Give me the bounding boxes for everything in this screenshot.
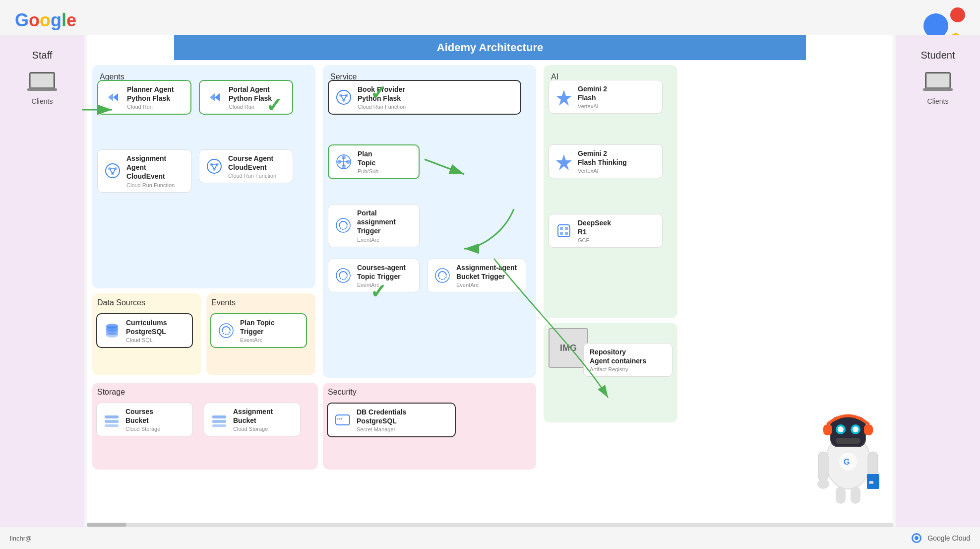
google-cloud-logo: Google Cloud: [910, 531, 970, 545]
svg-rect-4: [927, 74, 949, 87]
staff-client-label: Clients: [32, 97, 53, 105]
artifact-section: IMG RepositoryAgent containers Artifact …: [544, 323, 677, 422]
ai-section: AI Gemini 2Flash VertexAI Gemini 2Flash …: [544, 65, 677, 318]
diagram-area: Agents Planner AgentPython Flask Cloud R…: [87, 60, 893, 526]
repository-name: RepositoryAgent containers: [590, 347, 646, 365]
gemini-circle-red: [950, 7, 965, 22]
svg-point-38: [336, 218, 350, 232]
gemini2-flash-name: Gemini 2Flash: [578, 84, 607, 102]
repository-sub: Artifact Registry: [590, 366, 646, 372]
svg-text:G: G: [844, 458, 850, 466]
main-container: Aidemy Architecture Agents Planner Agent…: [87, 35, 893, 527]
bottom-bar: linchr@ Google Cloud: [0, 527, 980, 549]
portal-trigger-card: Portal assignmentTrigger EventArc: [328, 204, 420, 247]
book-provider-icon: [335, 88, 353, 106]
service-section: Service Book ProviderPython Flask Cloud …: [323, 65, 536, 378]
svg-line-22: [211, 164, 214, 169]
deepseek-name: DeepSeekR1: [578, 218, 611, 236]
deepseek-sub: GCE: [578, 237, 611, 243]
data-sources-section: Data Sources CurriculumsPostgreSQL Cloud…: [92, 293, 201, 375]
gemini2-flash-sub: VertexAI: [578, 103, 607, 109]
svg-rect-61: [212, 424, 226, 427]
svg-rect-59: [212, 415, 226, 418]
book-provider-name: Book ProviderPython Flask: [358, 85, 406, 103]
security-section: Security *** DB CredentialsPostgreSQL Se…: [323, 383, 536, 470]
plan-topic-trigger-icon: [217, 322, 235, 340]
curriculums-sub: Cloud SQL: [126, 337, 167, 343]
courses-bucket-card: CoursesBucket Cloud Storage: [96, 403, 193, 436]
course-agent-name: Course AgentCloudEvent: [228, 154, 276, 172]
assignment-bucket-icon: [210, 411, 228, 428]
svg-point-24: [337, 90, 351, 104]
assignment-agent-name: Assignment AgentCloudEvent: [126, 154, 185, 181]
courses-trigger-icon: [334, 267, 352, 284]
bottom-username: linchr@: [10, 535, 32, 542]
staff-panel: Staff Clients: [0, 35, 84, 527]
svg-rect-57: [105, 420, 119, 423]
storage-section-title: Storage: [97, 388, 313, 397]
curriculums-name: CurriculumsPostgreSQL: [126, 318, 167, 336]
google-o2: o: [40, 10, 51, 31]
svg-marker-8: [210, 93, 215, 101]
deepseek-card: DeepSeekR1 GCE: [549, 214, 663, 248]
gemini2-flash-card: Gemini 2Flash VertexAI: [549, 80, 663, 114]
svg-line-15: [110, 169, 113, 174]
svg-text:***: ***: [337, 417, 343, 423]
gemini2-thinking-name: Gemini 2Flash Thinking: [578, 149, 627, 167]
google-g: G: [15, 10, 29, 31]
svg-rect-71: [864, 424, 873, 435]
svg-marker-6: [108, 93, 113, 101]
svg-point-40: [435, 269, 449, 282]
student-client-box: Clients: [923, 71, 953, 105]
google-l: l: [61, 10, 66, 31]
svg-marker-41: [556, 90, 572, 106]
assignment-agent-sub: Cloud Run Function: [126, 182, 185, 188]
gemini2-flash-icon: [555, 88, 573, 106]
book-provider-card: Book ProviderPython Flask Cloud Run Func…: [328, 80, 521, 115]
gemini2-thinking-card: Gemini 2Flash Thinking VertexAI: [549, 144, 663, 178]
courses-trigger-sub: EventArc: [357, 282, 406, 288]
svg-line-16: [113, 169, 116, 174]
img-box: IMG: [549, 328, 588, 368]
svg-rect-72: [836, 438, 860, 444]
assignment-trigger-card: Assignment-agentBucket Trigger EventArc: [427, 259, 526, 292]
svg-point-75: [817, 479, 829, 489]
svg-line-29: [341, 95, 344, 100]
plan-topic-name: PlanTopic: [358, 149, 378, 167]
svg-line-30: [344, 95, 347, 100]
gemini2-thinking-sub: VertexAI: [578, 168, 627, 174]
svg-point-39: [336, 269, 350, 282]
security-section-title: Security: [328, 388, 531, 397]
svg-marker-7: [113, 93, 118, 101]
svg-text:📖: 📖: [869, 480, 874, 485]
svg-rect-43: [558, 225, 570, 237]
svg-point-68: [838, 426, 844, 432]
svg-point-87: [915, 536, 919, 540]
scrollbar-thumb[interactable]: [87, 523, 126, 527]
svg-marker-42: [556, 154, 572, 170]
student-title: Student: [921, 50, 955, 61]
courses-bucket-icon: [103, 411, 121, 428]
student-panel: Student Clients: [896, 35, 980, 527]
svg-rect-80: [851, 486, 860, 504]
assignment-agent-icon: [104, 162, 122, 180]
svg-rect-2: [27, 88, 57, 91]
architecture-header: Aidemy Architecture: [174, 35, 806, 60]
plan-topic-icon: [335, 153, 353, 171]
portal-trigger-name: Portal assignmentTrigger: [357, 208, 413, 236]
staff-client-box: Clients: [27, 71, 57, 105]
assignment-bucket-card: AssignmentBucket Cloud Storage: [204, 403, 301, 436]
google-e: e: [66, 10, 76, 31]
data-sources-title: Data Sources: [97, 298, 196, 307]
plan-topic-card: PlanTopic Pub/Sub: [328, 144, 420, 179]
google-o1: o: [29, 10, 40, 31]
assignment-bucket-sub: Cloud Storage: [233, 426, 273, 432]
google-logo: G o o g l e: [15, 10, 76, 31]
portal-trigger-sub: EventArc: [357, 237, 413, 243]
scrollbar[interactable]: [87, 523, 893, 527]
deepseek-icon: [555, 222, 573, 240]
assignment-trigger-name: Assignment-agentBucket Trigger: [456, 263, 517, 281]
staff-laptop-icon: [27, 71, 57, 93]
portal-trigger-icon: [334, 216, 352, 234]
svg-rect-70: [823, 424, 832, 435]
